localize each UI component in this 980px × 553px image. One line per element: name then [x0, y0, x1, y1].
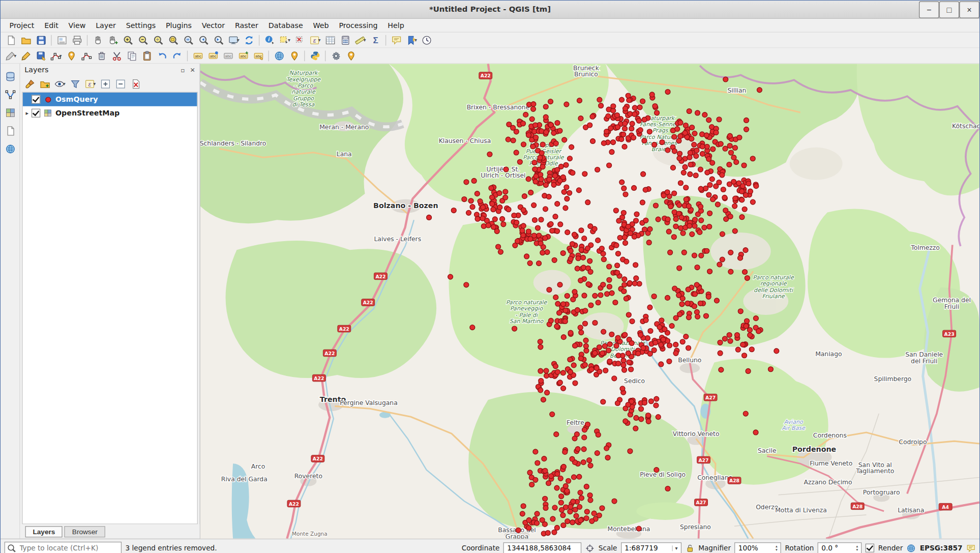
new-spatial-bookmark-dropdown-arrow[interactable]: ▾	[414, 37, 417, 43]
collapse-all-button[interactable]	[113, 77, 127, 91]
crs-globe-icon[interactable]	[907, 543, 916, 552]
menu-processing[interactable]: Processing	[334, 20, 383, 31]
open-attribute-table-button[interactable]	[322, 33, 338, 47]
layer-expander-icon[interactable]: ▸	[23, 110, 32, 116]
processing-toolbox-button[interactable]	[328, 49, 343, 63]
scale-combo[interactable]: 1:687719 ▾	[621, 542, 681, 553]
temporal-controller-button[interactable]	[419, 33, 434, 47]
minimize-button[interactable]: −	[919, 1, 939, 18]
menu-web[interactable]: Web	[308, 20, 334, 31]
osm-place-search-button[interactable]	[287, 49, 302, 63]
save-layer-edits-button[interactable]	[34, 49, 49, 63]
data-source-manager-button[interactable]	[3, 69, 18, 83]
menu-project[interactable]: Project	[5, 20, 40, 31]
close-button[interactable]: ×	[959, 1, 979, 18]
magnifier-spinbox[interactable]: 100% ▴▾	[734, 542, 781, 553]
render-checkbox[interactable]	[866, 544, 874, 552]
layer-row-openstreetmap[interactable]: ▸OpenStreetMap	[23, 106, 197, 120]
add-vector-layer-button[interactable]	[3, 87, 18, 102]
panel-float-icon[interactable]: ▫	[181, 67, 185, 74]
layer-labeling-button[interactable]: abc	[190, 49, 205, 63]
new-print-layout-button[interactable]	[54, 33, 70, 47]
deselect-features-button[interactable]	[292, 33, 308, 47]
extents-toggle-icon[interactable]	[585, 543, 595, 552]
field-calculator-button[interactable]	[338, 33, 353, 47]
osmquery-plugin-button[interactable]	[343, 49, 359, 63]
select-by-expression-dropdown-arrow[interactable]: ▾	[318, 37, 320, 43]
cut-features-button[interactable]	[109, 49, 124, 63]
current-edits-dropdown-arrow[interactable]: ▾	[14, 53, 16, 59]
add-raster-layer-button[interactable]	[3, 105, 18, 120]
rotation-spinbox[interactable]: 0.0 ° ▴▾	[818, 542, 862, 553]
identify-features-button[interactable]: i	[262, 33, 277, 47]
scale-dropdown-arrow[interactable]: ▾	[672, 545, 677, 551]
menu-help[interactable]: Help	[382, 20, 409, 31]
manage-map-themes-button[interactable]: ▾	[53, 77, 67, 91]
messages-icon[interactable]	[966, 543, 976, 552]
menu-database[interactable]: Database	[263, 20, 308, 31]
zoom-in-button[interactable]	[121, 33, 136, 47]
expand-all-button[interactable]	[98, 77, 112, 91]
save-project-button[interactable]	[34, 33, 49, 47]
layer-visibility-checkbox[interactable]	[32, 95, 40, 104]
manage-map-themes-dropdown-arrow[interactable]: ▾	[63, 81, 66, 87]
undo-button[interactable]	[154, 49, 169, 63]
pin-labels-button[interactable]: abc	[205, 49, 221, 63]
menu-settings[interactable]: Settings	[121, 20, 161, 31]
menu-plugins[interactable]: Plugins	[161, 20, 197, 31]
zoom-full-button[interactable]	[151, 33, 166, 47]
measure-line-dropdown-arrow[interactable]: ▾	[364, 37, 366, 43]
rotation-spin-arrows[interactable]: ▴▾	[856, 544, 858, 552]
menu-raster[interactable]: Raster	[230, 20, 263, 31]
show-layout-manager-button[interactable]	[69, 33, 84, 47]
copy-features-button[interactable]	[124, 49, 139, 63]
panel-tab-browser[interactable]: Browser	[65, 526, 105, 537]
zoom-last-button[interactable]	[196, 33, 211, 47]
maximize-button[interactable]: □	[939, 1, 960, 18]
title-bar[interactable]: *Untitled Project - QGIS [tm] − □ ×	[1, 1, 979, 19]
magnifier-spin-arrows[interactable]: ▴▾	[776, 544, 778, 552]
select-features-dropdown-arrow[interactable]: ▾	[288, 37, 290, 43]
filter-by-expression-dropdown-arrow[interactable]: ▾	[93, 81, 96, 87]
digitize-with-segment-button[interactable]: ▾	[48, 49, 64, 63]
current-edits-button[interactable]: ▾	[3, 49, 18, 63]
layer-row-osmquery[interactable]: OsmQuery	[23, 93, 197, 106]
zoom-to-layer-button[interactable]	[181, 33, 196, 47]
measure-line-button[interactable]: ▾	[353, 33, 368, 47]
add-web-layer-button[interactable]	[3, 141, 18, 156]
map-tips-button[interactable]	[389, 33, 404, 47]
filter-legend-button[interactable]	[68, 77, 82, 91]
menu-view[interactable]: View	[64, 20, 91, 31]
remove-layer-button[interactable]	[129, 77, 142, 91]
panel-tab-layers[interactable]: Layers	[25, 526, 63, 537]
select-by-expression-button[interactable]: ε▾	[307, 33, 322, 47]
menu-vector[interactable]: Vector	[197, 20, 230, 31]
zoom-out-button[interactable]	[135, 33, 151, 47]
pan-to-selection-button[interactable]	[105, 33, 121, 47]
open-layer-styling-button[interactable]	[23, 77, 37, 91]
add-group-button[interactable]	[38, 77, 51, 91]
zoom-next-button[interactable]	[211, 33, 226, 47]
refresh-map-button[interactable]	[241, 33, 256, 47]
menu-layer[interactable]: Layer	[91, 20, 121, 31]
show-hidden-labels-button[interactable]: abc	[220, 49, 235, 63]
new-project-button[interactable]	[3, 33, 18, 47]
new-map-view-dropdown-arrow[interactable]: ▾	[237, 37, 240, 43]
new-spatial-bookmark-button[interactable]: ▾	[404, 33, 419, 47]
pan-map-button[interactable]	[90, 33, 105, 47]
add-delimited-text-layer-button[interactable]	[3, 123, 18, 138]
panel-close-icon[interactable]: ✕	[190, 67, 195, 74]
add-point-feature-button[interactable]	[64, 49, 79, 63]
change-label-button[interactable]: abc	[251, 49, 266, 63]
zoom-to-selection-button[interactable]	[166, 33, 181, 47]
filter-by-expression-button[interactable]: ε▾	[83, 77, 97, 91]
select-features-button[interactable]: ▾	[277, 33, 292, 47]
digitize-with-segment-dropdown-arrow[interactable]: ▾	[59, 53, 62, 59]
locator-input[interactable]	[18, 543, 119, 552]
metasearch-button[interactable]	[272, 49, 287, 63]
python-console-button[interactable]	[307, 49, 322, 63]
map-canvas[interactable]: Meran - MeranoSchlanders - SilandroLanaB…	[200, 64, 979, 538]
locator-box[interactable]	[5, 542, 122, 553]
crs-status[interactable]: EPSG:3857	[920, 544, 963, 552]
layer-visibility-checkbox[interactable]	[32, 109, 40, 118]
